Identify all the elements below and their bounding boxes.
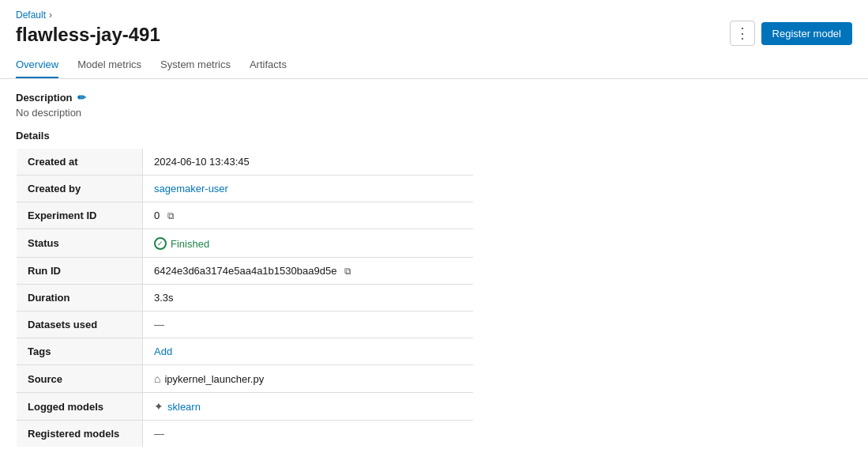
row-val-status: ✓ Finished (143, 229, 474, 258)
run-id-copy-icon[interactable]: ⧉ (344, 266, 351, 277)
row-key-duration: Duration (17, 285, 143, 312)
table-row: Datasets used — (17, 312, 474, 338)
register-model-button[interactable]: Register model (761, 22, 852, 45)
status-badge: ✓ Finished (154, 237, 209, 250)
row-key-run-id: Run ID (17, 258, 143, 285)
table-row: Logged models ✦ sklearn (17, 393, 474, 421)
row-key-created-by: Created by (17, 176, 143, 202)
row-key-registered-models: Registered models (17, 421, 143, 447)
row-key-datasets: Datasets used (17, 312, 143, 338)
table-row: Source ⌂ ipykernel_launcher.py (17, 365, 474, 393)
tags-add-link[interactable]: Add (154, 346, 172, 357)
source-value: ipykernel_launcher.py (164, 373, 264, 385)
header-actions: ⋮ Register model (730, 21, 852, 46)
description-section-label: Description ✏ (16, 92, 852, 104)
table-row: Registered models — (17, 421, 474, 447)
tab-artifacts[interactable]: Artifacts (250, 52, 287, 78)
experiment-id-copy-icon[interactable]: ⧉ (167, 210, 175, 221)
status-label: Finished (171, 238, 209, 250)
table-row: Status ✓ Finished (17, 229, 474, 258)
tabs-bar: Overview Model metrics System metrics Ar… (0, 52, 868, 79)
breadcrumb: Default › (16, 9, 160, 21)
table-row: Run ID 6424e3d6a3174e5aa4a1b1530baa9d5e … (17, 258, 474, 285)
table-row: Experiment ID 0 ⧉ (17, 202, 474, 229)
row-val-source: ⌂ ipykernel_launcher.py (143, 365, 474, 393)
row-key-status: Status (17, 229, 143, 258)
row-val-experiment-id: 0 ⧉ (143, 202, 474, 229)
logged-model-container: ✦ sklearn (154, 400, 201, 413)
registered-models-dash: — (154, 428, 164, 440)
breadcrumb-default-link[interactable]: Default (16, 9, 46, 21)
status-icon: ✓ (154, 237, 167, 250)
table-row: Created at 2024-06-10 13:43:45 (17, 149, 474, 176)
datasets-dash: — (154, 319, 164, 330)
description-text: No description (16, 107, 852, 119)
row-val-logged-models: ✦ sklearn (143, 393, 474, 421)
tab-system-metrics[interactable]: System metrics (160, 52, 231, 78)
row-key-created-at: Created at (17, 149, 143, 176)
row-val-datasets: — (143, 312, 474, 338)
details-section-label: Details (16, 130, 852, 142)
source-container: ⌂ ipykernel_launcher.py (154, 372, 264, 385)
row-val-duration: 3.3s (143, 285, 474, 312)
created-by-link[interactable]: sagemaker-user (154, 183, 228, 194)
row-val-created-by: sagemaker-user (143, 176, 474, 202)
source-home-icon: ⌂ (154, 372, 160, 385)
row-val-registered-models: — (143, 421, 474, 447)
row-key-tags: Tags (17, 338, 143, 365)
row-val-run-id: 6424e3d6a3174e5aa4a1b1530baa9d5e ⧉ (143, 258, 474, 285)
experiment-id-value: 0 (154, 210, 160, 221)
row-val-tags: Add (143, 338, 474, 365)
logged-model-link[interactable]: sklearn (167, 401, 201, 413)
logged-model-icon: ✦ (154, 400, 163, 413)
description-edit-icon[interactable]: ✏ (77, 92, 86, 104)
table-row: Created by sagemaker-user (17, 176, 474, 202)
row-key-source: Source (17, 365, 143, 393)
breadcrumb-separator: › (49, 9, 52, 21)
row-key-experiment-id: Experiment ID (17, 202, 143, 229)
tab-overview[interactable]: Overview (16, 52, 58, 78)
table-row: Duration 3.3s (17, 285, 474, 312)
page-title: flawless-jay-491 (16, 24, 160, 46)
more-options-button[interactable]: ⋮ (730, 21, 755, 46)
run-id-value: 6424e3d6a3174e5aa4a1b1530baa9d5e (154, 265, 336, 277)
main-content: Description ✏ No description Details Cre… (0, 79, 868, 460)
tab-model-metrics[interactable]: Model metrics (77, 52, 141, 78)
row-val-created-at: 2024-06-10 13:43:45 (143, 149, 474, 176)
table-row: Tags Add (17, 338, 474, 365)
details-table: Created at 2024-06-10 13:43:45 Created b… (16, 148, 474, 447)
row-key-logged-models: Logged models (17, 393, 143, 421)
